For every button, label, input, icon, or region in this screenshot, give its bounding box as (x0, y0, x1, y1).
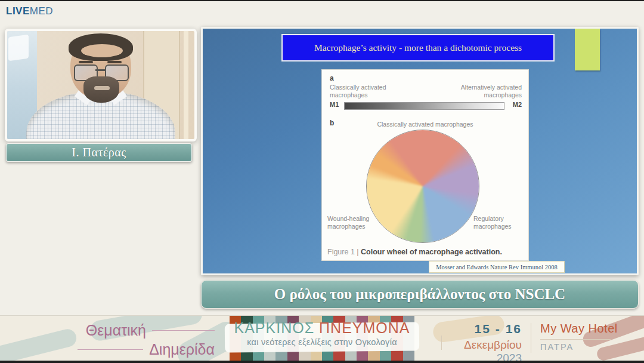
label-m2: M2 (513, 101, 522, 108)
event-type-line1: Θεματική (86, 322, 146, 339)
figure-box: a Classically activated macrophages Alte… (321, 69, 529, 261)
speaker-name: Ι. Πατέρας (72, 146, 126, 159)
slide-title-text: Macrophage’s activity - more than a dich… (298, 42, 538, 54)
livemed-logo: LIVEMED (6, 5, 53, 17)
speaker-head (70, 37, 131, 99)
webinar-screen: LIVEMED (0, 0, 644, 363)
event-type-line2: Διημερίδα (149, 341, 215, 358)
m1-m2-gradient-bar (344, 102, 504, 110)
logo-med-text: MED (30, 5, 53, 17)
event-type-block: Θεματική Διημερίδα (24, 322, 215, 358)
figure-caption-prefix: Figure 1 | (327, 248, 361, 256)
event-dates: 15 - 16 (438, 322, 522, 336)
event-month: Δεκεμβρίου (464, 339, 522, 351)
venue-name: My Way Hotel (540, 322, 630, 336)
conference-subtitle: και νεότερες εξελίξεις στην Ογκολογία (230, 337, 414, 347)
speaker-eyebrow-left (79, 61, 93, 63)
speaker-video-frame (5, 29, 197, 141)
bottom-edge (0, 361, 644, 363)
venue-city: ΠΑΤΡΑ (540, 342, 630, 352)
presentation-slide: Macrophage’s activity - more than a dich… (201, 27, 639, 275)
divider-line (531, 323, 531, 353)
panel-a-label: a (330, 74, 334, 82)
top-edge (0, 0, 644, 1)
conference-footer: Θεματική Διημερίδα ΚΑΡΚΙΝΟΣ ΠΝΕΥΜΟΝΑ και… (0, 315, 644, 361)
speaker-mouth (94, 86, 110, 90)
talk-topic-text: Ο ρόλος του μικροπεριβάλλοντος στο NSCLC (274, 286, 565, 303)
label-wound-healing: Wound-healing macrophages (327, 215, 379, 230)
slide-highlight-note (575, 29, 600, 70)
speaker-video-feed (7, 31, 194, 139)
speaker-name-bar: Ι. Πατέρας (6, 143, 192, 162)
venue-block: My Way Hotel ΠΑΤΡΑ (540, 322, 630, 352)
conference-title: ΚΑΡΚΙΝΟΣ ΠΝΕΥΜΟΝΑ και νεότερες εξελίξεις… (230, 321, 414, 347)
macrophage-colour-wheel (366, 130, 479, 243)
conference-title-part1: ΚΑΡΚΙΝΟΣ (234, 319, 314, 336)
conference-title-part2: ΠΝΕΥΜΟΝΑ (314, 319, 410, 336)
colour-wheel-gradient (366, 130, 479, 243)
divider-line (540, 339, 611, 340)
label-classically-activated-b: Classically activated macrophages (322, 121, 528, 128)
event-year: 2023 (497, 352, 522, 361)
label-alternatively-activated: Alternatively activated macrophages (447, 84, 522, 99)
figure-caption: Figure 1 | Colour wheel of macrophage ac… (327, 248, 502, 256)
decorative-line (152, 330, 215, 331)
logo-live-text: LIVE (6, 5, 30, 17)
speaker-person (7, 31, 194, 139)
citation-box: Mosser and Edwards Nature Rev Immunol 20… (429, 261, 565, 273)
citation-text: Mosser and Edwards Nature Rev Immunol 20… (436, 264, 558, 270)
decorative-line (78, 349, 143, 350)
event-details-block: 15 - 16 Δεκεμβρίου 2023 My Way Hotel ΠΑΤ… (435, 316, 644, 361)
slide-title-bar: Macrophage’s activity - more than a dich… (281, 34, 555, 61)
label-regulatory: Regulatory macrophages (473, 215, 525, 230)
speaker-eyebrow-right (107, 61, 122, 63)
label-m1: M1 (330, 101, 339, 108)
event-dates-block: 15 - 16 Δεκεμβρίου 2023 (438, 322, 522, 361)
speaker-beard (83, 76, 119, 103)
conference-logo-block: ΚΑΡΚΙΝΟΣ ΠΝΕΥΜΟΝΑ και νεότερες εξελίξεις… (230, 316, 414, 361)
talk-topic-banner: Ο ρόλος του μικροπεριβάλλοντος στο NSCLC (201, 280, 639, 309)
figure-caption-title: Colour wheel of macrophage activation. (361, 248, 502, 256)
speaker-forehead (81, 44, 123, 57)
label-classically-activated-a: Classically activated macrophages (330, 84, 395, 99)
glasses-bridge (95, 69, 106, 71)
